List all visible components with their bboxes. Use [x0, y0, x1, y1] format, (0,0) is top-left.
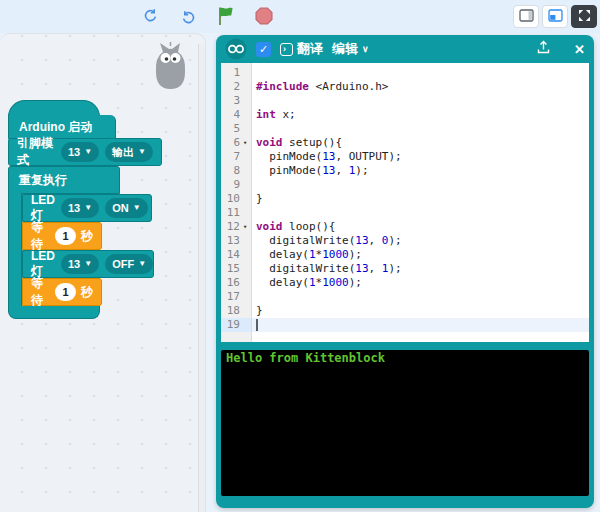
code-line[interactable]	[256, 94, 589, 108]
code-line[interactable]: delay(1*1000);	[256, 276, 589, 290]
code-line[interactable]: digitalWrite(13, 0);	[256, 234, 589, 248]
kitten-sprite-thumbnail[interactable]	[148, 40, 192, 96]
code-editor[interactable]: 123456▾789101112▾13141516171819 #include…	[221, 63, 589, 342]
block-label: 秒	[81, 228, 93, 245]
gutter-line: 12▾	[221, 220, 251, 234]
gutter-line: 8	[221, 164, 251, 178]
editor-code[interactable]: #include <Arduino.h>int x;void setup(){ …	[252, 63, 589, 342]
fullscreen-button[interactable]	[571, 5, 597, 28]
state-value: ON	[112, 202, 129, 214]
sidebar-layout-icon	[519, 9, 534, 25]
pinmode-block[interactable]: 引脚模式 13 ▼ 输出 ▼	[8, 138, 162, 166]
state-dropdown[interactable]: ON ▼	[105, 198, 147, 218]
forever-block-arm[interactable]	[8, 193, 22, 307]
translate-label: 翻译	[297, 40, 323, 58]
gutter-line: 4	[221, 108, 251, 122]
code-line[interactable]	[256, 178, 589, 192]
chevron-down-icon: ▼	[133, 204, 141, 212]
fold-arrow-icon[interactable]: ▾	[240, 136, 250, 150]
edit-menu-item[interactable]: 编辑 ∨	[332, 40, 369, 58]
gutter-line: 13	[221, 234, 251, 248]
code-line[interactable]: void setup(){	[256, 136, 589, 150]
block-workspace[interactable]: Arduino 启动 引脚模式 13 ▼ 输出 ▼ 重复执行 LED灯 13 ▼…	[0, 33, 206, 512]
stop-sign-icon	[255, 7, 273, 28]
code-line[interactable]: }	[256, 304, 589, 318]
code-line[interactable]: int x;	[256, 108, 589, 122]
code-panel-header: ✓ › 翻译 编辑 ∨ ✕	[221, 35, 589, 63]
gutter-line: 19	[221, 318, 251, 332]
wait-value-input[interactable]: 1	[55, 283, 76, 301]
state-dropdown[interactable]: OFF ▼	[105, 254, 153, 274]
led-off-block[interactable]: LED灯 13 ▼ OFF ▼	[22, 250, 154, 278]
chevron-down-icon: ▼	[84, 260, 92, 268]
wait-value-input[interactable]: 1	[55, 227, 76, 245]
upload-icon	[536, 40, 551, 58]
gutter-line: 3	[221, 94, 251, 108]
run-controls	[138, 5, 276, 29]
forever-block-bottom[interactable]	[8, 306, 100, 319]
editor-gutter: 123456▾789101112▾13141516171819	[221, 63, 252, 342]
code-line[interactable]: void loop(){	[256, 220, 589, 234]
code-line[interactable]: digitalWrite(13, 1);	[256, 262, 589, 276]
terminal-output: Hello from Kittenblock	[226, 351, 385, 365]
serial-terminal[interactable]: Hello from Kittenblock	[221, 350, 589, 496]
pin-dropdown[interactable]: 13 ▼	[61, 142, 99, 162]
wait-block[interactable]: 等待 1 秒	[22, 222, 102, 250]
code-panel: ✓ › 翻译 编辑 ∨ ✕ 123456▾789101112▾131415161…	[216, 35, 594, 508]
green-flag-button[interactable]	[214, 5, 238, 29]
gutter-line: 7	[221, 150, 251, 164]
close-icon: ✕	[574, 42, 585, 57]
block-label: 重复执行	[19, 172, 67, 189]
code-line[interactable]	[252, 318, 589, 332]
toggle-right-sidebar-button[interactable]	[513, 5, 539, 28]
translate-menu-item[interactable]: › 翻译	[280, 40, 323, 58]
code-line[interactable]: pinMode(13, OUTPUT);	[256, 150, 589, 164]
gutter-line: 5	[221, 122, 251, 136]
led-on-block[interactable]: LED灯 13 ▼ ON ▼	[22, 194, 152, 222]
panel-toggle-buttons	[513, 5, 597, 28]
pin-value: 13	[68, 258, 80, 270]
gutter-line: 18	[221, 304, 251, 318]
workspace-scrollbar[interactable]	[198, 44, 205, 512]
fold-arrow-icon[interactable]: ▾	[240, 220, 250, 234]
gutter-line: 10	[221, 192, 251, 206]
code-line[interactable]	[256, 206, 589, 220]
edit-label: 编辑	[332, 40, 358, 58]
pin-dropdown[interactable]: 13 ▼	[61, 254, 99, 274]
undo-button[interactable]	[138, 5, 162, 29]
wait-block[interactable]: 等待 1 秒	[22, 278, 102, 306]
code-line[interactable]: delay(1*1000);	[256, 248, 589, 262]
check-icon: ✓	[259, 43, 268, 56]
block-label: 秒	[81, 284, 93, 301]
undo-icon	[143, 8, 158, 26]
upload-button[interactable]	[536, 40, 551, 58]
gutter-line: 1	[221, 66, 251, 80]
code-line[interactable]	[256, 122, 589, 136]
code-line[interactable]	[256, 290, 589, 304]
pin-dropdown[interactable]: 13 ▼	[61, 198, 99, 218]
auto-upload-checkbox[interactable]: ✓	[256, 42, 271, 57]
arduino-logo-icon	[225, 38, 247, 60]
forever-block[interactable]: 重复执行	[8, 166, 120, 194]
code-line[interactable]: }	[256, 192, 589, 206]
mode-dropdown[interactable]: 输出 ▼	[105, 142, 153, 162]
text-cursor	[256, 319, 258, 331]
code-line[interactable]: pinMode(13, 1);	[256, 164, 589, 178]
fullscreen-icon	[578, 9, 591, 25]
green-flag-icon	[217, 6, 235, 29]
state-value: OFF	[112, 258, 134, 270]
gutter-line: 14	[221, 248, 251, 262]
mode-value: 输出	[112, 145, 134, 160]
gutter-line: 6▾	[221, 136, 251, 150]
console-icon: ›	[280, 43, 293, 56]
code-line[interactable]	[256, 66, 589, 80]
close-panel-button[interactable]: ✕	[574, 42, 585, 57]
code-line[interactable]: #include <Arduino.h>	[256, 80, 589, 94]
chevron-down-icon: ▼	[84, 148, 92, 156]
toggle-layout-button[interactable]	[542, 5, 568, 28]
stop-button[interactable]	[252, 5, 276, 29]
redo-button[interactable]	[176, 5, 200, 29]
split-layout-icon	[548, 9, 563, 25]
pin-value: 13	[68, 146, 80, 158]
gutter-line: 15	[221, 262, 251, 276]
